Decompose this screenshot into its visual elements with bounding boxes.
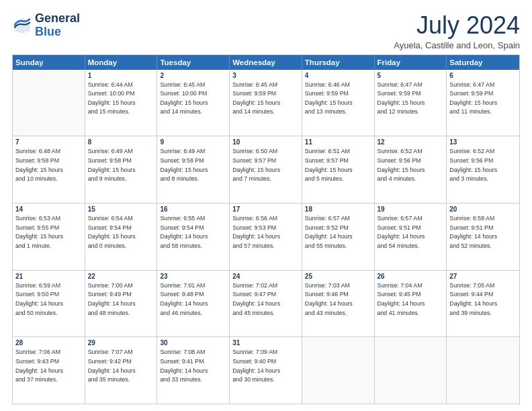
calendar-day-5: 5Sunrise: 6:47 AMSunset: 9:59 PMDaylight… <box>375 70 447 136</box>
cell-info-line: Sunrise: 6:53 AM <box>15 214 82 224</box>
cell-info-line: Daylight: 14 hours <box>449 300 517 309</box>
weekday-header: Thursday <box>302 55 375 70</box>
cell-info-line: Daylight: 14 hours <box>160 367 226 376</box>
cell-info-line: Daylight: 15 hours <box>305 99 371 108</box>
cell-info-line: and 37 minutes. <box>15 375 82 385</box>
cell-info-line: Daylight: 15 hours <box>378 166 444 175</box>
cell-info-line: Daylight: 14 hours <box>378 300 444 309</box>
cell-info-line: Daylight: 15 hours <box>449 166 517 175</box>
calendar-day-6: 6Sunrise: 6:47 AMSunset: 9:59 PMDaylight… <box>447 70 519 136</box>
cell-info-line: Sunrise: 6:51 AM <box>305 147 371 156</box>
logo-icon <box>12 15 32 36</box>
cell-info-line: Sunrise: 6:52 AM <box>378 147 444 156</box>
cell-info-line: Sunrise: 7:05 AM <box>449 281 517 291</box>
cell-info-line: Sunset: 9:44 PM <box>449 290 517 300</box>
cell-info-line: Sunrise: 6:59 AM <box>15 281 82 291</box>
cell-info-line: Sunset: 9:46 PM <box>305 290 371 300</box>
cell-info-line: and 0 minutes. <box>88 242 154 251</box>
cell-info-line: Daylight: 14 hours <box>232 232 299 242</box>
logo: General Blue <box>12 12 80 39</box>
calendar-day-16: 16Sunrise: 6:55 AMSunset: 9:54 PMDayligh… <box>157 203 230 270</box>
cell-info-line: Sunset: 9:47 PM <box>232 290 299 300</box>
day-number: 31 <box>232 339 299 347</box>
cell-info-line: Daylight: 14 hours <box>232 367 299 376</box>
cell-info-line: Sunrise: 7:08 AM <box>160 348 226 357</box>
cell-info-line: and 14 minutes. <box>160 107 226 117</box>
calendar-day-2: 2Sunrise: 6:45 AMSunset: 10:00 PMDayligh… <box>157 70 230 136</box>
cell-info-line: and 9 minutes. <box>88 175 154 184</box>
calendar: SundayMondayTuesdayWednesdayThursdayFrid… <box>12 54 520 404</box>
cell-info-line: Sunrise: 6:46 AM <box>305 81 371 90</box>
cell-info-line: and 39 minutes. <box>449 309 517 318</box>
cell-info-line: Daylight: 14 hours <box>378 232 444 242</box>
calendar-body: 1Sunrise: 6:44 AMSunset: 10:00 PMDayligh… <box>13 70 519 404</box>
day-number: 10 <box>232 138 299 146</box>
day-number: 4 <box>305 72 371 79</box>
cell-info-line: Sunset: 9:58 PM <box>88 156 154 166</box>
cell-info-line: and 13 minutes. <box>305 107 371 117</box>
cell-info-line: and 10 minutes. <box>15 175 82 184</box>
cell-info-line: Sunrise: 7:02 AM <box>232 281 299 291</box>
calendar-day-19: 19Sunrise: 6:57 AMSunset: 9:51 PMDayligh… <box>375 203 447 270</box>
calendar-day-4: 4Sunrise: 6:46 AMSunset: 9:59 PMDaylight… <box>302 70 375 136</box>
day-number: 29 <box>88 339 154 347</box>
cell-info-line: Sunrise: 6:58 AM <box>449 214 517 224</box>
cell-info-line: Sunset: 9:58 PM <box>15 156 82 166</box>
weekday-header: Saturday <box>447 55 519 70</box>
calendar-day-27: 27Sunrise: 7:05 AMSunset: 9:44 PMDayligh… <box>447 271 519 337</box>
cell-info-line: and 57 minutes. <box>232 242 299 251</box>
calendar-day-18: 18Sunrise: 6:57 AMSunset: 9:52 PMDayligh… <box>302 203 375 270</box>
cell-info-line: Sunset: 9:48 PM <box>160 290 226 300</box>
day-number: 16 <box>160 205 226 213</box>
day-number: 11 <box>305 138 371 146</box>
cell-info-line: Sunrise: 7:07 AM <box>88 348 154 357</box>
calendar-day-11: 11Sunrise: 6:51 AMSunset: 9:57 PMDayligh… <box>302 136 375 203</box>
cell-info-line: Sunset: 9:50 PM <box>15 290 82 300</box>
day-number: 17 <box>232 205 299 213</box>
cell-info-line: Sunset: 10:00 PM <box>88 89 154 99</box>
calendar-empty-cell <box>13 70 85 136</box>
day-number: 5 <box>378 72 444 79</box>
cell-info-line: Sunrise: 6:55 AM <box>160 214 226 224</box>
day-number: 19 <box>378 205 444 213</box>
day-number: 28 <box>15 339 82 347</box>
calendar-day-28: 28Sunrise: 7:06 AMSunset: 9:43 PMDayligh… <box>13 337 85 404</box>
calendar-day-10: 10Sunrise: 6:50 AMSunset: 9:57 PMDayligh… <box>230 136 302 203</box>
weekday-header: Tuesday <box>157 55 230 70</box>
cell-info-line: Sunset: 9:58 PM <box>160 156 226 166</box>
calendar-day-23: 23Sunrise: 7:01 AMSunset: 9:48 PMDayligh… <box>157 271 230 337</box>
cell-info-line: and 55 minutes. <box>305 242 371 251</box>
cell-info-line: Sunrise: 6:49 AM <box>160 147 226 156</box>
weekday-header: Friday <box>375 55 447 70</box>
calendar-day-20: 20Sunrise: 6:58 AMSunset: 9:51 PMDayligh… <box>447 203 519 270</box>
cell-info-line: Sunset: 9:52 PM <box>305 224 371 233</box>
cell-info-line: Sunrise: 6:47 AM <box>449 81 517 90</box>
cell-info-line: and 4 minutes. <box>378 175 444 184</box>
cell-info-line: Sunset: 9:49 PM <box>88 290 154 300</box>
cell-info-line: Sunrise: 7:06 AM <box>15 348 82 357</box>
day-number: 7 <box>15 138 82 146</box>
cell-info-line: Sunset: 9:54 PM <box>160 224 226 233</box>
cell-info-line: Daylight: 14 hours <box>88 367 154 376</box>
calendar-day-22: 22Sunrise: 7:00 AMSunset: 9:49 PMDayligh… <box>85 271 158 337</box>
cell-info-line: and 5 minutes. <box>305 175 371 184</box>
cell-info-line: Daylight: 15 hours <box>88 99 154 108</box>
cell-info-line: Sunrise: 6:56 AM <box>232 214 299 224</box>
cell-info-line: and 15 minutes. <box>88 107 154 117</box>
cell-info-line: Sunset: 9:42 PM <box>88 357 154 367</box>
calendar-row: 28Sunrise: 7:06 AMSunset: 9:43 PMDayligh… <box>13 337 519 404</box>
calendar-day-8: 8Sunrise: 6:49 AMSunset: 9:58 PMDaylight… <box>85 136 158 203</box>
day-number: 21 <box>15 273 82 280</box>
calendar-day-13: 13Sunrise: 6:52 AMSunset: 9:56 PMDayligh… <box>447 136 519 203</box>
calendar-empty-cell <box>375 337 447 404</box>
cell-info-line: Sunrise: 7:04 AM <box>378 281 444 291</box>
cell-info-line: Sunrise: 6:44 AM <box>88 81 154 90</box>
cell-info-line: and 3 minutes. <box>449 175 517 184</box>
day-number: 27 <box>449 273 517 280</box>
cell-info-line: Daylight: 14 hours <box>88 300 154 309</box>
cell-info-line: Sunset: 9:55 PM <box>15 224 82 233</box>
day-number: 9 <box>160 138 226 146</box>
cell-info-line: Daylight: 14 hours <box>15 300 82 309</box>
cell-info-line: Sunrise: 6:52 AM <box>449 147 517 156</box>
cell-info-line: Sunset: 9:57 PM <box>305 156 371 166</box>
